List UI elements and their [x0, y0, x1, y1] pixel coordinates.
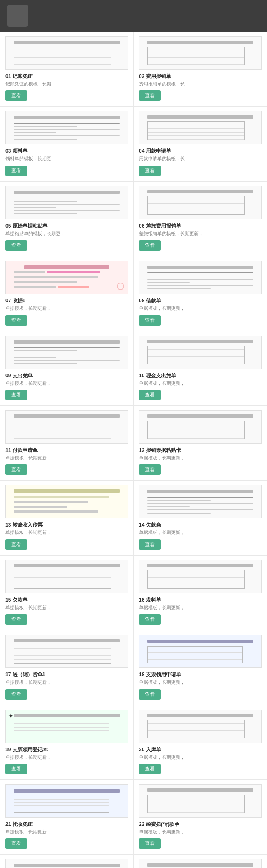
- thumbnail-02: [139, 36, 262, 70]
- list-item: 07 收据1单据模板，长期更新，查看: [0, 256, 134, 331]
- thumbnail-15: [5, 560, 128, 593]
- list-item: 12 报销票据粘贴卡单据模板，长期更新，查看: [134, 406, 267, 480]
- list-item: 21 托收凭证单据模板，长期更新，查看: [0, 780, 134, 854]
- view-button-14[interactable]: 查看: [139, 539, 161, 550]
- item-desc: 单据粘贴单的模板，长期更，: [5, 231, 65, 237]
- list-item: 03 领料单领料单的模板，长期更查看: [0, 106, 134, 181]
- view-button-18[interactable]: 查看: [139, 689, 161, 700]
- item-desc: 单据模板，长期更新，: [5, 305, 51, 311]
- item-number: 07 收据1: [5, 297, 25, 304]
- thumbnail-04: [139, 111, 262, 144]
- item-desc: 记账凭证的模板，长期: [5, 81, 51, 87]
- item-number: 22 经费拨(转)款单: [139, 821, 179, 828]
- item-number: 06 差旅费用报销单: [139, 223, 181, 230]
- list-item: 04 用款申请单用款申请单的模板，长查看: [134, 106, 267, 181]
- list-item: 24 借款单单据模板，长期更新，查看: [134, 854, 267, 868]
- list-item: 05 原始单据粘贴单单据粘贴单的模板，长期更，查看: [0, 181, 134, 256]
- list-item: 20 入库单单据模板，长期更新，查看: [134, 705, 267, 780]
- list-item: 01 记账凭证记账凭证的模板，长期查看: [0, 32, 134, 106]
- item-number: 19 支票领用登记本: [5, 746, 48, 753]
- item-desc: 单据模板，长期更新，: [5, 455, 51, 461]
- thumbnail-08: [139, 261, 262, 294]
- item-desc: 单据模板，长期更新，: [5, 829, 51, 835]
- item-desc: 差旅报销单的模板，长期更新，: [139, 231, 203, 237]
- item-desc: 单据模板，长期更新，: [5, 754, 51, 760]
- view-button-21[interactable]: 查看: [5, 838, 27, 849]
- item-number: 18 支票领用申请单: [139, 671, 181, 678]
- thumbnail-24: [139, 859, 262, 868]
- list-item: 13 转账收入传票单据模板，长期更新，查看: [0, 480, 134, 555]
- item-number: 14 欠款条: [139, 522, 161, 529]
- list-item: ✦ 19 支票领用登记本单据模板，长期更新，查看: [0, 705, 134, 780]
- list-item: 17 送（销）货单1单据模板，长期更新，查看: [0, 630, 134, 705]
- list-item: 08 借款单单据模板，长期更新，查看: [134, 256, 267, 331]
- thumbnail-11: [5, 410, 128, 444]
- item-number: 03 领料单: [5, 148, 28, 155]
- view-button-11[interactable]: 查看: [5, 464, 27, 475]
- view-button-22[interactable]: 查看: [139, 838, 161, 849]
- item-desc: 单据模板，长期更新，: [139, 754, 185, 760]
- item-number: 11 付款申请单: [5, 447, 38, 454]
- item-number: 02 费用报销单: [139, 73, 171, 80]
- header: [0, 0, 267, 32]
- view-button-08[interactable]: 查看: [139, 315, 161, 326]
- thumbnail-06: [139, 186, 262, 219]
- thumbnail-22: [139, 784, 262, 818]
- item-desc: 单据模板，长期更新，: [5, 529, 51, 536]
- list-item: 23 收据2单据模板，长期更新，查看: [0, 854, 134, 868]
- list-item: 22 经费拨(转)款单单据模板，长期更新，查看: [134, 780, 267, 854]
- view-button-04[interactable]: 查看: [139, 166, 161, 176]
- item-number: 04 用款申请单: [139, 148, 171, 155]
- item-number: 01 记账凭证: [5, 73, 33, 80]
- thumbnail-05: [5, 186, 128, 219]
- view-button-17[interactable]: 查看: [5, 689, 27, 700]
- item-desc: 单据模板，长期更新，: [139, 455, 185, 461]
- item-number: 15 欠款单: [5, 597, 28, 604]
- view-button-07[interactable]: 查看: [5, 315, 27, 326]
- item-number: 13 转账收入传票: [5, 522, 43, 529]
- view-button-13[interactable]: 查看: [5, 539, 27, 550]
- thumbnail-03: [5, 111, 128, 144]
- view-button-09[interactable]: 查看: [5, 390, 27, 400]
- thumbnail-10: [139, 336, 262, 369]
- thumbnail-21: [5, 784, 128, 818]
- view-button-03[interactable]: 查看: [5, 166, 27, 176]
- item-number: 16 发料单: [139, 597, 161, 604]
- item-grid: 01 记账凭证记账凭证的模板，长期查看 02 费用报销单费用报销单的模板，长查看: [0, 32, 267, 868]
- view-button-16[interactable]: 查看: [139, 614, 161, 625]
- item-desc: 单据模板，长期更新，: [139, 605, 185, 611]
- item-number: 05 原始单据粘贴单: [5, 223, 48, 230]
- item-number: 08 借款单: [139, 297, 161, 304]
- list-item: 15 欠款单单据模板，长期更新，查看: [0, 555, 134, 630]
- view-button-02[interactable]: 查看: [139, 90, 161, 101]
- list-item: 09 支出凭单单据模板，长期更新，查看: [0, 331, 134, 406]
- list-item: 16 发料单单据模板，长期更新，查看: [134, 555, 267, 630]
- view-button-01[interactable]: 查看: [5, 90, 27, 101]
- view-button-19[interactable]: 查看: [5, 764, 27, 774]
- list-item: 10 现金支出凭单单据模板，长期更新，查看: [134, 331, 267, 406]
- thumbnail-13: [5, 485, 128, 518]
- item-number: 10 现金支出凭单: [139, 372, 176, 379]
- view-button-12[interactable]: 查看: [139, 464, 161, 475]
- item-desc: 单据模板，长期更新，: [139, 829, 185, 835]
- list-item: 06 差旅费用报销单差旅报销单的模板，长期更新，查看: [134, 181, 267, 256]
- item-desc: 单据模板，长期更新，: [139, 305, 185, 311]
- thumbnail-23: [5, 859, 128, 868]
- view-button-15[interactable]: 查看: [5, 614, 27, 625]
- view-button-20[interactable]: 查看: [139, 764, 161, 774]
- list-item: 02 费用报销单费用报销单的模板，长查看: [134, 32, 267, 106]
- item-number: 09 支出凭单: [5, 372, 33, 379]
- item-desc: 单据模板，长期更新，: [5, 679, 51, 685]
- view-button-10[interactable]: 查看: [139, 390, 161, 400]
- thumbnail-12: [139, 410, 262, 444]
- header-icon: [7, 5, 28, 27]
- item-desc: 单据模板，长期更新，: [139, 380, 185, 386]
- thumbnail-19: ✦: [5, 710, 128, 743]
- list-item: 14 欠款条单据模板，长期更新，查看: [134, 480, 267, 555]
- view-button-05[interactable]: 查看: [5, 240, 27, 251]
- view-button-06[interactable]: 查看: [139, 240, 161, 251]
- thumbnail-07: [5, 261, 128, 294]
- item-number: 20 入库单: [139, 746, 161, 753]
- thumbnail-16: [139, 560, 262, 593]
- item-desc: 领料单的模板，长期更: [5, 156, 51, 162]
